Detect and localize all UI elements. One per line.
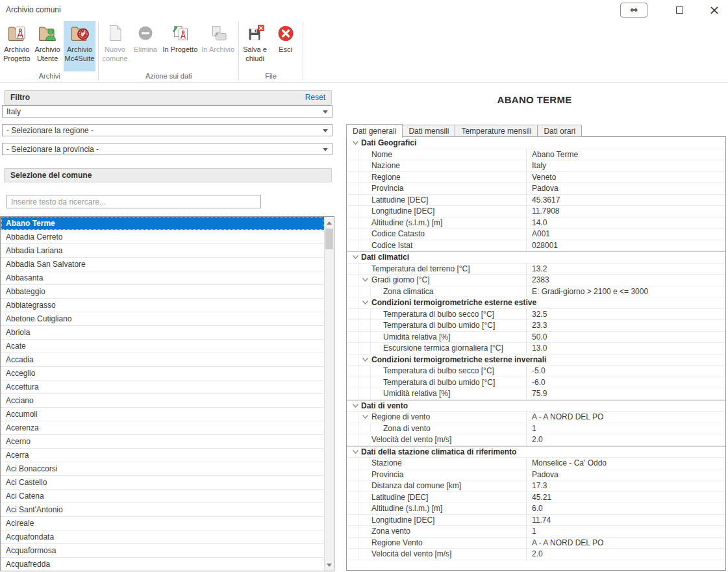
grid-section-row[interactable]: Dati climatici	[347, 251, 725, 264]
grid-section-row[interactable]: Dati della stazione climatica di riferim…	[347, 446, 725, 458]
list-item[interactable]: Acerenza	[1, 421, 324, 435]
grid-subsection-row[interactable]: Condizioni termoigrometriche esterne inv…	[347, 354, 725, 366]
chevron-down-icon[interactable]	[359, 414, 371, 419]
grid-row[interactable]: Zona vento1	[347, 526, 725, 538]
grid-row[interactable]: Temperatura di bulbo secco [°C]32.5	[347, 309, 725, 321]
grid-section-row[interactable]: Dati di vento	[347, 400, 725, 412]
grid-row[interactable]: Altitudine (s.l.m.) [m]6.0	[347, 503, 725, 515]
list-item[interactable]: Aci Bonaccorsi	[1, 462, 324, 476]
grid-row[interactable]: ProvinciaPadova	[347, 183, 725, 195]
grid-row[interactable]: Distanza dal comune [km]17.3	[347, 480, 725, 492]
grid-indent	[347, 229, 359, 240]
grid-row[interactable]: Umidità relativa [%]50.0	[347, 332, 725, 343]
grid-row[interactable]: Latitudine [DEC]45.21	[347, 492, 725, 504]
grid-row[interactable]: Umidità relativa [%]75.9	[347, 388, 725, 400]
scroll-up-button[interactable]	[325, 218, 334, 228]
grid-subsection-row[interactable]: Condizioni termoigrometriche esterne est…	[347, 297, 725, 309]
province-dropdown[interactable]: - Selezionare la provincia -	[2, 143, 333, 155]
list-item[interactable]: Abbadia Cerreto	[1, 230, 324, 244]
ribbon-button-archivio-progetto[interactable]: Archivio Progetto	[2, 21, 32, 71]
list-item[interactable]: Abetone Cutigliano	[1, 312, 324, 326]
grid-row[interactable]: Regione di ventoA - A NORD DEL PO	[347, 412, 725, 423]
grid-row[interactable]: Codice Istat028001	[347, 240, 725, 252]
scrollbar-thumb[interactable]	[325, 229, 333, 249]
list-item[interactable]: Abbateggio	[1, 285, 324, 299]
grid-row[interactable]: Latitudine [DEC]45.3617	[347, 195, 725, 206]
chevron-down-icon[interactable]	[359, 300, 371, 305]
grid-indent	[359, 366, 371, 377]
list-item[interactable]: Abbasanta	[1, 271, 324, 285]
grid-row[interactable]: StazioneMonselice - Ca' Oddo	[347, 458, 725, 469]
list-item[interactable]: Aci Sant'Antonio	[1, 503, 324, 517]
chevron-down-icon[interactable]	[350, 255, 360, 260]
list-item[interactable]: Acquafondata	[1, 530, 324, 544]
list-item[interactable]: Acireale	[1, 517, 324, 530]
grid-row[interactable]: Zona di vento1	[347, 423, 725, 435]
grid-row-value: 45.21	[527, 492, 725, 503]
chevron-down-icon[interactable]	[350, 449, 360, 454]
ribbon-button-salva-e-chiudi[interactable]: Salva e chiudi	[240, 21, 270, 71]
list-item[interactable]: Accumoli	[1, 408, 324, 421]
list-item[interactable]: Abbadia Lariana	[1, 244, 324, 258]
list-item[interactable]: Acquafredda	[1, 558, 324, 571]
grid-row[interactable]: NomeAbano Terme	[347, 149, 725, 161]
grid-row[interactable]: Velocità del vento [m/s]2.0	[347, 549, 725, 560]
list-item[interactable]: Accettura	[1, 380, 324, 394]
list-item[interactable]: Abbiategrasso	[1, 299, 324, 312]
grid-section-row[interactable]: Dati Geografici	[347, 137, 725, 149]
list-item[interactable]: Aci Castello	[1, 476, 324, 490]
grid-indent	[347, 515, 359, 526]
list-item[interactable]: Abbadia San Salvatore	[1, 258, 324, 271]
list-item[interactable]: Acciano	[1, 394, 324, 408]
chevron-down-icon[interactable]	[350, 140, 360, 145]
grid-row[interactable]: Temperatura di bulbo umido [°C]23.3	[347, 320, 725, 332]
reset-link[interactable]: Reset	[305, 93, 325, 102]
grid-row[interactable]: Longitudine [DEC]11.7908	[347, 206, 725, 218]
ribbon-button-in-progetto[interactable]: In Progetto	[161, 21, 199, 71]
grid-row[interactable]: Regione VentoA - A NORD DEL PO	[347, 538, 725, 549]
tab-dati-orari[interactable]: Dati orari	[538, 125, 582, 137]
chevron-down-icon[interactable]	[359, 277, 371, 282]
list-item[interactable]: Acceglio	[1, 367, 324, 380]
comune-list-scrollbar[interactable]	[324, 217, 334, 571]
maximize-button[interactable]	[670, 2, 689, 18]
grid-row[interactable]: RegioneVeneto	[347, 172, 725, 184]
region-dropdown[interactable]: - Selezionare la regione -	[2, 124, 333, 136]
grid-row[interactable]: Zona climaticaE: Gradi-giorno > 2100 e <…	[347, 286, 725, 298]
grid-row[interactable]: Temperatura del terreno [°C]13.2	[347, 264, 725, 275]
list-item[interactable]: Acquaformosa	[1, 544, 324, 558]
list-item[interactable]: Acerno	[1, 435, 324, 449]
grid-row-value: -6.0	[527, 377, 725, 388]
grid-row[interactable]: Longitudine [DEC]11.74	[347, 515, 725, 527]
tab-dati-generali[interactable]: Dati generali	[346, 124, 403, 138]
tab-temperature-mensili[interactable]: Temperature mensili	[455, 125, 538, 137]
list-item[interactable]: Abriola	[1, 326, 324, 340]
grid-row[interactable]: Gradi giorno [°C]2383	[347, 275, 725, 286]
grid-row[interactable]: Altitudine (s.l.m.) [m]14.0	[347, 218, 725, 229]
list-item[interactable]: Abano Terme	[1, 217, 324, 230]
list-item[interactable]: Acate	[1, 340, 324, 353]
ribbon-button-archivio-utente[interactable]: Archivio Utente	[33, 21, 62, 71]
grid-row[interactable]: Velocità del vento [m/s]2.0	[347, 434, 725, 446]
grid-row[interactable]: Escursione termica giornaliera [°C]13.0	[347, 343, 725, 354]
grid-row[interactable]: Temperatura di bulbo umido [°C]-6.0	[347, 377, 725, 389]
chevron-down-icon[interactable]	[350, 403, 360, 408]
grid-indent	[359, 377, 371, 388]
ribbon-button-archivio-mc4suite[interactable]: Archivio Mc4Suite	[64, 21, 96, 71]
scroll-down-button[interactable]	[325, 560, 334, 570]
grid-row[interactable]: Temperatura di bulbo secco [°C]-5.0	[347, 366, 725, 377]
country-dropdown[interactable]: Italy	[2, 105, 333, 118]
grid-row-label: Longitudine [DEC]	[371, 516, 434, 525]
tab-dati-mensili[interactable]: Dati mensili	[403, 125, 455, 137]
chevron-down-icon[interactable]	[359, 357, 371, 362]
grid-row[interactable]: ProvinciaPadova	[347, 469, 725, 481]
grid-row[interactable]: Codice CatastoA001	[347, 229, 725, 240]
close-button[interactable]: ×	[705, 2, 724, 18]
ribbon-button-esci[interactable]: Esci	[271, 21, 300, 71]
list-item[interactable]: Acerra	[1, 449, 324, 462]
list-item[interactable]: Aci Catena	[1, 490, 324, 503]
search-input[interactable]	[6, 195, 261, 208]
resize-window-button[interactable]: ⇔	[620, 3, 647, 18]
list-item[interactable]: Accadia	[1, 353, 324, 367]
grid-row[interactable]: NazioneItaly	[347, 160, 725, 172]
